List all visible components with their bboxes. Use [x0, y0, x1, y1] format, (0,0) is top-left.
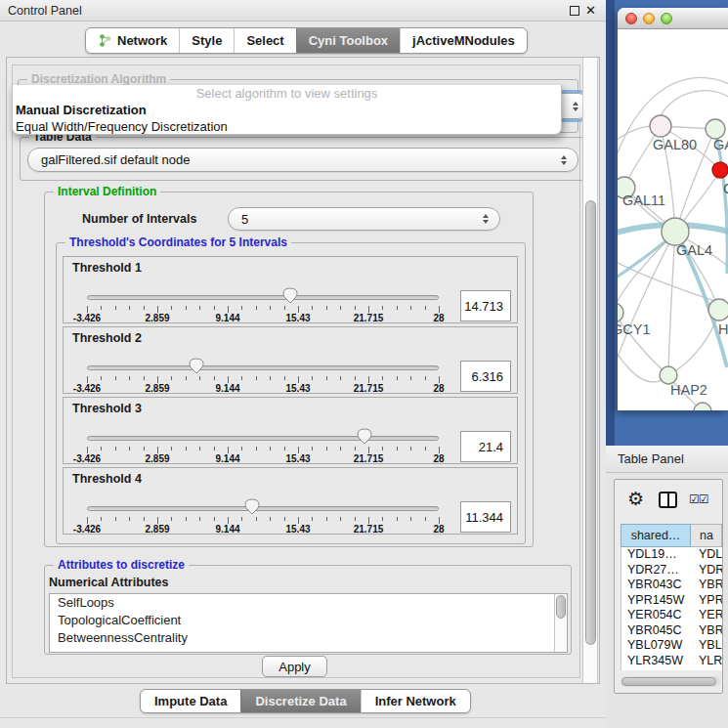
slider-thumb-icon[interactable] — [244, 498, 260, 515]
table-scrollbar-thumb[interactable] — [621, 677, 716, 686]
slider-track[interactable] — [87, 295, 439, 300]
table-row[interactable]: YBR043CYBR0 — [621, 578, 722, 593]
node-label-c: C — [723, 181, 728, 196]
column-header-shared-name[interactable]: shared… — [621, 524, 691, 547]
tick-mark — [115, 517, 116, 521]
slider-track[interactable] — [87, 436, 439, 441]
table-data-combo[interactable]: galFiltered.sif default node — [27, 148, 578, 172]
tick-mark — [186, 376, 187, 380]
number-of-intervals-label: Number of Intervals — [82, 212, 196, 226]
table-row[interactable]: YPR145WYPR1 — [621, 593, 722, 609]
close-traffic-light-icon[interactable] — [625, 13, 637, 24]
cell-shared-name: YER054C — [621, 608, 692, 623]
discretization-algorithm-label: Discretization Algorithm — [27, 72, 170, 86]
cell-shared-name: YDR27… — [621, 563, 692, 578]
network-window-titlebar[interactable] — [618, 8, 728, 29]
slider-thumb-icon[interactable] — [282, 287, 298, 304]
list-scrollbar[interactable] — [554, 594, 567, 652]
slider-thumb-icon[interactable] — [357, 428, 372, 445]
tick-label: 2.859 — [145, 313, 169, 323]
tick-mark — [101, 306, 102, 310]
algorithm-option-equal-width-frequency-discretization[interactable]: Equal Width/Frequency Discretization — [13, 118, 561, 135]
tick-label: 2.859 — [145, 383, 169, 394]
tab-style[interactable]: Style — [179, 28, 234, 53]
minimize-traffic-light-icon[interactable] — [643, 13, 655, 24]
tick-mark — [157, 376, 158, 383]
threshold-value-field[interactable]: 6.316 — [460, 361, 511, 392]
table-row[interactable]: YDR27…YDR2 — [621, 563, 722, 578]
column-header-name[interactable]: na — [691, 524, 722, 547]
tick-label: 28 — [433, 383, 444, 394]
cell-name: YDR2 — [692, 563, 722, 578]
tab-infer-network[interactable]: Infer Network — [361, 690, 470, 712]
network-node[interactable] — [708, 299, 728, 321]
tick-mark — [228, 306, 229, 313]
tick-mark — [410, 376, 411, 380]
tick-mark — [256, 306, 257, 310]
algorithm-option-manual-discretization[interactable]: Manual Discretization — [13, 102, 561, 118]
control-panel: Control Panel ✕ NetworkStyleSelectCyni T… — [0, 0, 606, 728]
tick-mark — [312, 447, 313, 450]
tick-label: 9.144 — [215, 383, 239, 394]
network-canvas[interactable]: GAL80GACGAL11GAL4GCY1HHAP2 — [618, 29, 728, 410]
network-node[interactable] — [694, 403, 711, 410]
tick-mark — [241, 447, 242, 450]
column-layout-icon[interactable] — [659, 492, 677, 508]
tab-jactivemnodules[interactable]: jActiveMNodules — [400, 28, 527, 53]
tick-mark — [157, 306, 158, 313]
list-item-selfloops[interactable]: SelfLoops — [50, 594, 567, 612]
table-row[interactable]: YDL19…YDL1 — [621, 547, 722, 563]
float-window-icon[interactable] — [570, 6, 579, 16]
tab-cyni-toolbox[interactable]: Cyni Toolbox — [296, 28, 400, 53]
cell-shared-name: YBR045C — [621, 623, 692, 639]
table-row[interactable]: YBR045CYBR0 — [621, 623, 722, 639]
slider-thumb-icon[interactable] — [189, 358, 204, 374]
cell-shared-name: YBL079W — [621, 638, 692, 654]
threshold-value-field[interactable]: 14.713 — [460, 290, 511, 321]
slider-track[interactable] — [87, 365, 439, 370]
network-view-window[interactable]: GAL80GACGAL11GAL4GCY1HHAP2 — [618, 8, 728, 410]
tab-label: Impute Data — [154, 694, 227, 708]
numerical-attributes-list[interactable]: SelfLoopsTopologicalCoefficientBetweenne… — [49, 593, 568, 653]
network-node-gal80[interactable] — [650, 115, 671, 137]
apply-button[interactable]: Apply — [262, 656, 327, 677]
list-scrollbar-thumb[interactable] — [556, 595, 566, 619]
list-item-topologicalcoefficient[interactable]: TopologicalCoefficient — [50, 612, 567, 629]
table-row[interactable]: YER054CYER0 — [621, 608, 722, 623]
zoom-traffic-light-icon[interactable] — [661, 13, 672, 24]
network-node-gcy1[interactable] — [618, 303, 623, 322]
panel-vertical-scrollbar[interactable] — [582, 58, 598, 683]
list-item-betweennesscentrality[interactable]: BetweennessCentrality — [50, 629, 567, 647]
tick-label: 21.715 — [354, 313, 384, 323]
table-row[interactable]: YLR345WYLR3 — [621, 654, 722, 669]
slider-track[interactable] — [87, 506, 439, 511]
threshold-label: Threshold 1 — [72, 261, 142, 275]
threshold-panel: Threshold 1 -3.4262.8599.14415.4321.7152… — [63, 256, 518, 323]
threshold-panel: Threshold 4 -3.4262.8599.14415.4321.7152… — [63, 467, 518, 535]
tick-mark — [115, 306, 116, 310]
network-node[interactable] — [712, 162, 728, 178]
threshold-value-field[interactable]: 11.344 — [460, 501, 511, 533]
tab-network[interactable]: Network — [86, 28, 179, 53]
tick-mark — [355, 517, 356, 521]
tab-discretize-data[interactable]: Discretize Data — [240, 690, 360, 712]
tick-label: 15.43 — [285, 453, 310, 464]
checkbox-icons[interactable]: ☑☑ — [689, 492, 708, 506]
table-row[interactable]: YIL052CYIL0 — [621, 668, 722, 670]
close-icon[interactable]: ✕ — [585, 2, 596, 20]
tick-mark — [241, 306, 242, 310]
tab-select[interactable]: Select — [234, 28, 295, 53]
threshold-value-field[interactable]: 21.4 — [460, 431, 511, 462]
number-of-intervals-combo[interactable]: 5 — [228, 207, 500, 231]
table-horizontal-scrollbar[interactable] — [621, 676, 720, 687]
network-node-gal4[interactable] — [662, 218, 689, 245]
gear-icon[interactable]: ⚙ — [627, 489, 644, 510]
table-row[interactable]: YBL079WYBL0 — [621, 638, 722, 654]
tab-impute-data[interactable]: Impute Data — [141, 690, 240, 712]
network-node[interactable] — [706, 119, 725, 139]
panel-scrollbar-thumb[interactable] — [585, 200, 596, 645]
tick-mark — [270, 376, 271, 380]
tick-mark — [397, 517, 398, 521]
table-rows: YDL19…YDL1YDR27…YDR2YBR043CYBR0YPR145WYP… — [621, 547, 722, 670]
tick-mark — [186, 517, 187, 521]
